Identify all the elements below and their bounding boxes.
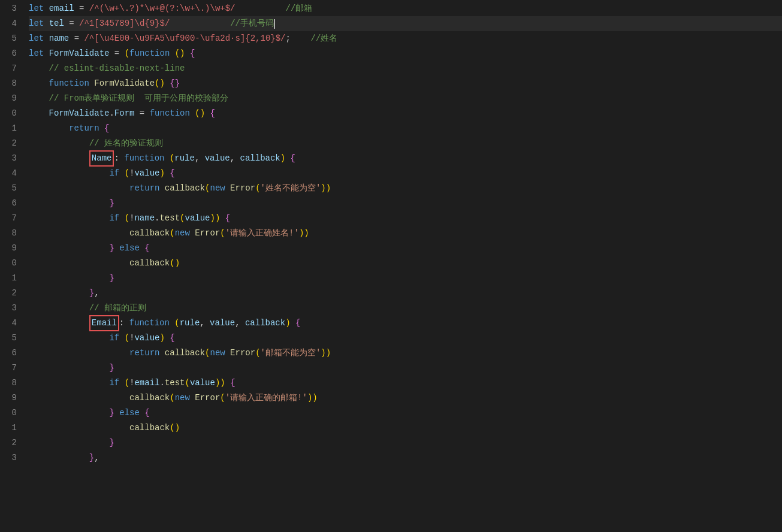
code-editor: 3 4 5 6 7 8 9 0 1 2 3 4 5 6 7 8 9 0 1 2 …	[0, 0, 782, 532]
code-line: // From表单验证规则 可用于公用的校验部分	[29, 91, 782, 106]
code-line: FormValidate.Form = function () {	[29, 106, 782, 121]
line-numbers: 3 4 5 6 7 8 9 0 1 2 3 4 5 6 7 8 9 0 1 2 …	[0, 0, 24, 532]
code-line: if (!value) {	[29, 331, 782, 346]
code-line: // 姓名的验证规则	[29, 136, 782, 151]
code-line: if (!email.test(value)) {	[29, 376, 782, 391]
code-line: } else {	[29, 406, 782, 421]
code-line: function FormValidate() {}	[29, 76, 782, 91]
code-line: Name: function (rule, value, callback) {	[29, 151, 782, 166]
code-line: callback()	[29, 421, 782, 436]
code-line: return {	[29, 121, 782, 136]
code-line: if (!value) {	[29, 166, 782, 181]
code-line: },	[29, 286, 782, 301]
code-line: if (!name.test(value)) {	[29, 211, 782, 226]
email-highlight: Email	[89, 315, 119, 331]
name-highlight: Name	[89, 150, 114, 166]
code-line: callback(new Error('请输入正确的邮箱!'))	[29, 391, 782, 406]
code-line: Email: function (rule, value, callback) …	[29, 316, 782, 331]
code-area: 3 4 5 6 7 8 9 0 1 2 3 4 5 6 7 8 9 0 1 2 …	[0, 0, 782, 532]
code-line: return callback(new Error('姓名不能为空'))	[29, 181, 782, 196]
code-line: callback()	[29, 256, 782, 271]
code-content[interactable]: let email = /^(\w+\.?)*\w+@(?:\w+\.)\w+$…	[24, 0, 782, 532]
code-line: let name = /^[\u4E00-\u9FA5\uf900-\ufa2d…	[29, 31, 782, 46]
code-line: // 邮箱的正则	[29, 301, 782, 316]
code-line: callback(new Error('请输入正确姓名!'))	[29, 226, 782, 241]
code-line: }	[29, 196, 782, 211]
code-line: } else {	[29, 241, 782, 256]
code-line: let FormValidate = (function () {	[29, 46, 782, 61]
code-line: },	[29, 451, 782, 466]
code-line: // eslint-disable-next-line	[29, 61, 782, 76]
code-line: let tel = /^1[345789]\d{9}$/ //手机号码	[29, 16, 782, 31]
code-line: }	[29, 271, 782, 286]
code-line: }	[29, 361, 782, 376]
code-line: }	[29, 436, 782, 451]
code-line: return callback(new Error('邮箱不能为空'))	[29, 346, 782, 361]
code-line: let email = /^(\w+\.?)*\w+@(?:\w+\.)\w+$…	[29, 1, 782, 16]
